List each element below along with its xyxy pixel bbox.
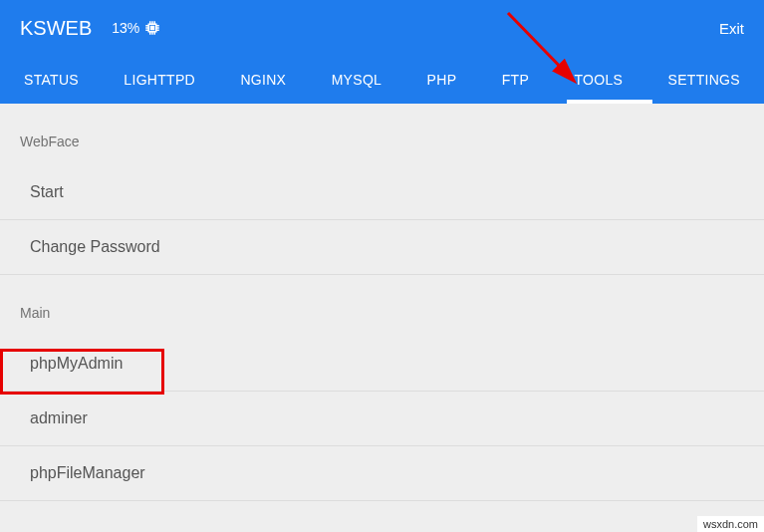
section-webface: WebFace Start Change Password — [0, 104, 764, 275]
tab-mysql[interactable]: MYSQL — [332, 72, 382, 88]
tab-bar: STATUS LIGHTTPD NGINX MYSQL PHP FTP TOOL… — [0, 56, 764, 104]
section-main: Main phpMyAdmin adminer phpFileManager — [0, 275, 764, 501]
tab-php[interactable]: PHP — [427, 72, 457, 88]
app-bar: KSWEB 13% Exit — [0, 0, 764, 56]
section-header-webface: WebFace — [0, 104, 764, 165]
app-title: KSWEB — [20, 17, 92, 40]
tab-status[interactable]: STATUS — [24, 72, 79, 88]
svg-rect-1 — [151, 27, 154, 30]
section-header-main: Main — [0, 275, 764, 337]
status-battery: 13% — [112, 19, 161, 37]
exit-button[interactable]: Exit — [719, 20, 744, 37]
list-item-phpmyadmin[interactable]: phpMyAdmin — [0, 337, 764, 392]
list-item-change-password[interactable]: Change Password — [0, 220, 764, 275]
cpu-icon — [143, 19, 161, 37]
tab-nginx[interactable]: NGINX — [240, 72, 286, 88]
tab-ftp[interactable]: FTP — [502, 72, 529, 88]
watermark: wsxdn.com — [697, 516, 764, 532]
list-item-adminer[interactable]: adminer — [0, 392, 764, 446]
tab-settings[interactable]: SETTINGS — [668, 72, 740, 88]
tab-tools[interactable]: TOOLS — [574, 72, 623, 88]
list-item-phpfilemanager[interactable]: phpFileManager — [0, 446, 764, 501]
tab-indicator — [567, 100, 652, 104]
tab-lighttpd[interactable]: LIGHTTPD — [124, 72, 195, 88]
battery-text: 13% — [112, 20, 139, 36]
list-item-start[interactable]: Start — [0, 165, 764, 220]
